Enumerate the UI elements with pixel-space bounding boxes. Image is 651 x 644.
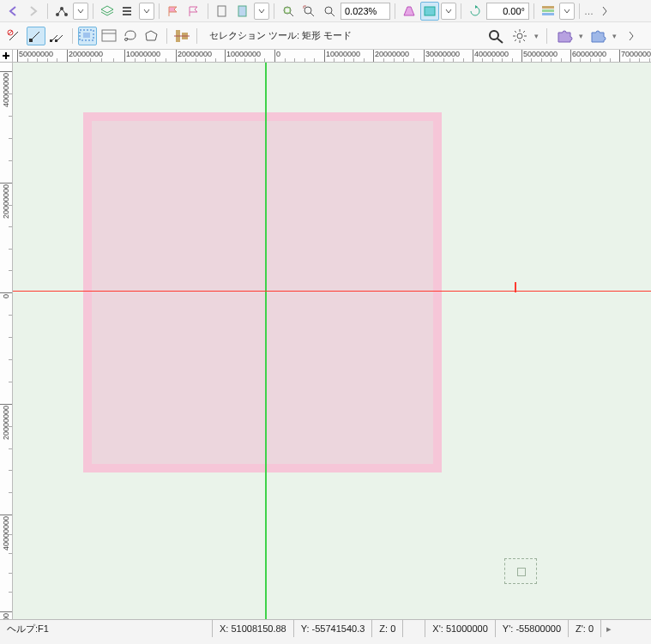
status-z2: Z': 0 — [569, 620, 601, 637]
svg-rect-21 — [83, 33, 90, 38]
svg-rect-5 — [123, 14, 131, 15]
stack-dropdown[interactable] — [139, 3, 154, 20]
plan-view-icon — [423, 5, 437, 17]
flag-outline-button[interactable] — [184, 2, 203, 21]
canvas[interactable] — [13, 63, 651, 619]
status-y2: Y': -55800000 — [496, 620, 569, 637]
doc-filled-button[interactable] — [233, 2, 252, 21]
marquee-icon — [79, 29, 96, 43]
select-lasso-button[interactable] — [121, 27, 140, 45]
zoom-button[interactable] — [320, 2, 339, 21]
status-x: X: 51008150.88 — [213, 620, 294, 637]
status-x2: X': 51000000 — [425, 620, 496, 637]
status-help: ヘルプ:F1 — [0, 620, 213, 637]
status-overflow[interactable]: ▸ — [601, 620, 617, 637]
chevron-down-icon — [143, 8, 150, 15]
zoom-input[interactable] — [341, 3, 390, 20]
find-button[interactable] — [486, 27, 505, 45]
doc-dropdown[interactable] — [254, 3, 269, 20]
ruler-h-label: 10000000 — [126, 50, 160, 58]
layers-button[interactable] — [98, 2, 117, 21]
separator — [159, 3, 160, 19]
svg-rect-18 — [50, 39, 52, 42]
rotate-button[interactable] — [466, 2, 485, 21]
chevron-down-icon — [258, 8, 265, 15]
ruler-h-label: 20000000 — [69, 50, 103, 58]
edit-node-button[interactable] — [27, 27, 45, 45]
z2-label: Z': — [576, 623, 586, 634]
status-bar: ヘルプ:F1 X: 51008150.88 Y: -55741540.3 Z: … — [0, 619, 651, 637]
svg-line-34 — [515, 31, 516, 33]
ruler-origin[interactable] — [0, 50, 13, 63]
zoom-region-button[interactable] — [299, 2, 318, 21]
separator — [546, 28, 547, 44]
edit-none-button[interactable] — [5, 27, 24, 45]
ruler-h-label: 10000000 — [226, 50, 261, 58]
svg-rect-6 — [218, 6, 226, 16]
back-button[interactable] — [3, 2, 22, 21]
edit-multi-button[interactable] — [48, 27, 67, 45]
toolbar-overflow-button[interactable] — [595, 2, 614, 21]
separator — [208, 3, 208, 19]
zoom-fit-button[interactable] — [279, 2, 298, 21]
forward-button[interactable] — [24, 2, 43, 21]
status-z: Z: 0 — [372, 620, 403, 637]
y2-label: Y': — [503, 623, 514, 634]
doc-plain-button[interactable] — [213, 2, 232, 21]
dropdown-caret[interactable]: ▾ — [534, 32, 539, 40]
y-label: Y: — [301, 623, 310, 634]
mode-toolbar: セレクション ツール: 矩形 モード ▾ ▾ ▾ — [0, 22, 651, 50]
graph-dropdown[interactable] — [73, 3, 88, 20]
svg-line-36 — [515, 39, 516, 41]
svg-rect-22 — [102, 30, 116, 41]
layerset-button[interactable] — [539, 2, 558, 21]
settings-button[interactable] — [510, 27, 529, 45]
flag-pink-button[interactable] — [164, 2, 183, 21]
puzzle-b-button[interactable] — [588, 27, 607, 45]
zoom-fit-icon — [282, 5, 294, 17]
vertical-ruler[interactable]: 4000000020000000020000000400000006000000… — [0, 63, 13, 619]
nodes-icon — [55, 5, 69, 17]
view-dropdown[interactable] — [441, 3, 456, 20]
navigator-overview[interactable] — [504, 558, 537, 584]
ruler-v-label: 60000000 — [2, 613, 10, 619]
ruler-h-label: 10000000 — [326, 50, 360, 58]
view-top-button[interactable] — [420, 2, 439, 21]
svg-point-24 — [125, 38, 128, 40]
select-rect-button[interactable] — [78, 27, 97, 45]
ruler-v-label: 0 — [2, 294, 10, 298]
separator — [274, 3, 274, 19]
pen-node-icon — [28, 29, 44, 43]
pen-multi-icon — [50, 29, 65, 43]
svg-line-37 — [523, 31, 525, 33]
stack-button[interactable] — [118, 2, 137, 21]
dropdown-caret[interactable]: ▾ — [579, 32, 583, 40]
ruler-h-label: 60000000 — [572, 50, 606, 58]
layers-icon — [100, 5, 114, 17]
layerset-dropdown[interactable] — [559, 3, 575, 20]
puzzle-a-button[interactable] — [555, 27, 574, 45]
svg-point-11 — [325, 7, 332, 14]
ruler-h-label: 70000000 — [621, 50, 651, 58]
select-window-button[interactable] — [99, 27, 118, 45]
puzzle-icon — [556, 28, 573, 44]
graph-button[interactable] — [52, 2, 71, 21]
svg-line-35 — [523, 39, 525, 41]
svg-rect-4 — [123, 10, 131, 12]
toolbar2-overflow[interactable] — [622, 27, 641, 45]
rotate-input[interactable] — [486, 3, 529, 20]
view-3d-button[interactable] — [400, 2, 419, 21]
select-poly-button[interactable] — [142, 27, 161, 45]
horizontal-ruler[interactable]: 5000000020000000100000002000000010000000… — [13, 50, 651, 63]
x2-value: 51000000 — [446, 623, 488, 634]
page-filled-icon — [237, 5, 249, 17]
dropdown-caret[interactable]: ▾ — [612, 32, 617, 40]
selected-object[interactable] — [83, 112, 442, 472]
svg-rect-19 — [55, 39, 57, 42]
puzzle-alt-icon — [589, 28, 606, 44]
align-button[interactable] — [172, 27, 191, 45]
ruler-h-label: 40000000 — [474, 50, 509, 58]
perspective-icon — [402, 5, 416, 17]
chevron-right-icon — [601, 5, 608, 17]
ruler-h-label: 0 — [276, 50, 280, 58]
